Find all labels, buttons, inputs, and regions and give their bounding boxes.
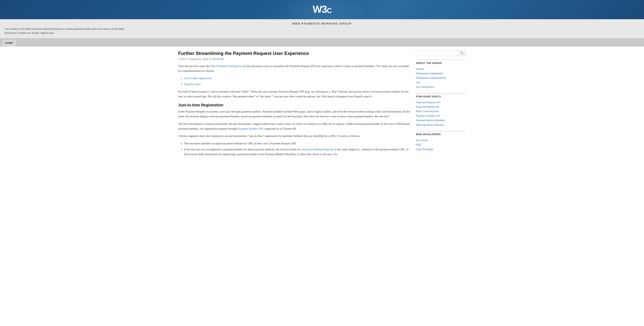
web-developers-section: WEB DEVELOPERS Dev Portal FAQ Code Examp…	[416, 131, 466, 151]
jit-item-1: The merchant identifies accepted payment…	[184, 141, 410, 146]
skip-link[interactable]: Skip-the-sheet	[184, 83, 201, 86]
sidebar-link-join[interactable]: Join	[416, 80, 466, 85]
payment-handler-api-link[interactable]: Payment Handler API	[238, 127, 263, 130]
sidebar-link-web-payments-overview[interactable]: Web Payments Overview	[416, 123, 466, 127]
w3c-logo: W3C	[312, 4, 332, 15]
navigation: HOME	[0, 38, 644, 47]
search-button[interactable]: 🔍	[458, 51, 466, 56]
wpwg-link[interactable]: Web Payments Working Group	[210, 65, 246, 68]
sidebar-link-faq[interactable]: FAQ	[416, 142, 466, 147]
published-specs-section: PUBLISHED SPECS Payment Request API Paym…	[416, 93, 466, 127]
feature-item-2: Skip-the-sheet	[184, 82, 410, 87]
sheet-paragraph: For both of these features I want to int…	[178, 89, 410, 99]
post-meta: Posted on August 20, 2018 by Ian Jacobs	[178, 57, 410, 60]
sidebar: 🔍 ABOUT THE GROUP Charter Participants (…	[416, 50, 466, 159]
about-group-title: ABOUT THE GROUP	[416, 60, 466, 66]
nav-home[interactable]: HOME	[2, 39, 16, 46]
sidebar-link-dev-portal[interactable]: Dev Portal	[416, 138, 466, 142]
author-link[interactable]: Ian Jacobs	[212, 57, 224, 60]
sidebar-link-charter[interactable]: Charter	[416, 67, 466, 71]
w3c-logo-text: W3C	[312, 4, 332, 15]
search-box: 🔍	[416, 50, 466, 56]
sidebar-link-basic-card-payment[interactable]: Basic Card Payment	[416, 109, 466, 113]
sidebar-link-payment-request-api[interactable]: Payment Request API	[416, 100, 466, 105]
main-wrapper: Further Streamlining the Payment Request…	[174, 47, 470, 163]
section1-para2: The first mechanism is manual installati…	[178, 121, 410, 131]
published-specs-title: PUBLISHED SPECS	[416, 93, 466, 99]
mission-line2: Questions? Contact Ian Jacobs <ij@w3.org…	[4, 32, 55, 34]
feature-list: Just-in-time registration Skip-the-sheet	[184, 76, 410, 87]
sidebar-link-code-examples[interactable]: Code Examples	[416, 147, 466, 151]
posted-label: Posted on	[178, 57, 190, 60]
post-title: Further Streamlining the Payment Request…	[178, 50, 410, 56]
jit-item-2: If the user has not yet registered a pay…	[184, 147, 410, 157]
group-title: WEB PAYMENTS WORKING GROUP	[4, 22, 640, 25]
intro-paragraph: Over the past few years the Web Payments…	[178, 64, 410, 73]
sidebar-link-join-instructions[interactable]: Join Instructions	[416, 85, 466, 89]
jit-list: The merchant identifies accepted payment…	[184, 141, 410, 156]
sidebar-link-payment-method-manifest[interactable]: Payment Method Manifest	[416, 118, 466, 122]
post-date-link[interactable]: August 20, 2018	[190, 57, 208, 60]
about-group-section: ABOUT THE GROUP Charter Participants (in…	[416, 60, 466, 89]
sidebar-link-payment-handler-api[interactable]: Payment Handler API	[416, 114, 466, 118]
web-developers-title: WEB DEVELOPERS	[416, 131, 466, 137]
mission-line1: The mission of the Web Payments Working …	[4, 28, 124, 30]
mission-text: The mission of the Web Payments Working …	[4, 27, 640, 35]
content-area: Further Streamlining the Payment Request…	[178, 50, 410, 159]
site-header: W3C	[0, 0, 644, 19]
payment-method-manifest-link[interactable]: Payment Method Manifest	[303, 148, 334, 151]
by-label: by	[209, 57, 212, 60]
post-body: Over the past few years the Web Payments…	[178, 64, 410, 157]
section1-title: Just-in-time Registration	[178, 103, 410, 107]
search-icon: 🔍	[460, 52, 464, 55]
feature-item-1: Just-in-time registration	[184, 76, 410, 81]
sidebar-link-participants-individuals[interactable]: Participants (individuals)	[416, 71, 466, 76]
sidebar-link-participants-organizations[interactable]: Participants (organizations)	[416, 76, 466, 80]
section1-para1: In the Payment Request ecosystem, users …	[178, 109, 410, 119]
section1-para3: Chrome engineers have also deployed a se…	[178, 134, 410, 138]
sidebar-link-payment-method-ids[interactable]: Payment Method IDs	[416, 105, 466, 109]
subheader: WEB PAYMENTS WORKING GROUP The mission o…	[0, 19, 644, 38]
search-input[interactable]	[416, 51, 458, 56]
jit-link[interactable]: Just-in-time registration	[184, 77, 212, 80]
